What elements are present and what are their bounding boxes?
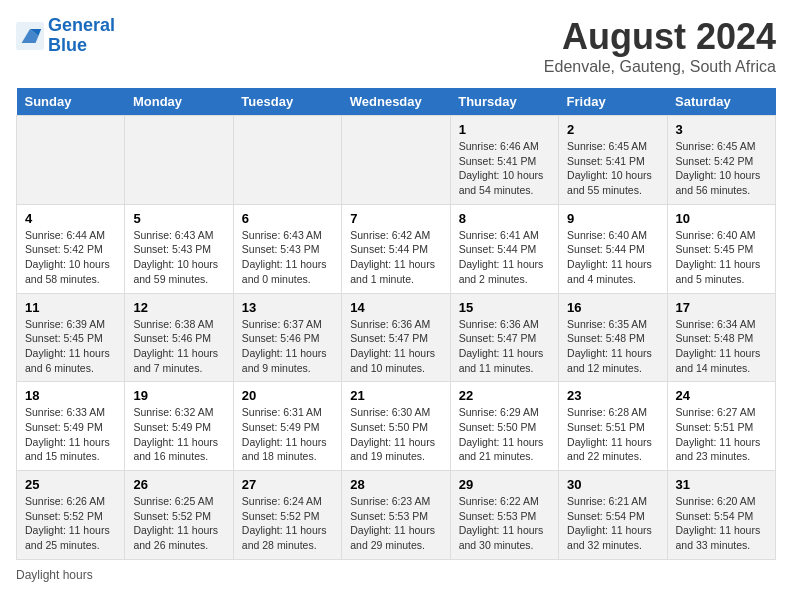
legend: Daylight hours (16, 568, 776, 582)
day-info: Sunrise: 6:35 AM Sunset: 5:48 PM Dayligh… (567, 317, 658, 376)
weekday-header-row: SundayMondayTuesdayWednesdayThursdayFrid… (17, 88, 776, 116)
day-number: 13 (242, 300, 333, 315)
day-info: Sunrise: 6:45 AM Sunset: 5:41 PM Dayligh… (567, 139, 658, 198)
weekday-header: Sunday (17, 88, 125, 116)
calendar-table: SundayMondayTuesdayWednesdayThursdayFrid… (16, 88, 776, 560)
day-number: 7 (350, 211, 441, 226)
day-number: 23 (567, 388, 658, 403)
calendar-cell: 20Sunrise: 6:31 AM Sunset: 5:49 PM Dayli… (233, 382, 341, 471)
calendar-cell: 7Sunrise: 6:42 AM Sunset: 5:44 PM Daylig… (342, 204, 450, 293)
weekday-header: Wednesday (342, 88, 450, 116)
day-number: 14 (350, 300, 441, 315)
calendar-cell: 19Sunrise: 6:32 AM Sunset: 5:49 PM Dayli… (125, 382, 233, 471)
day-info: Sunrise: 6:32 AM Sunset: 5:49 PM Dayligh… (133, 405, 224, 464)
legend-text: Daylight hours (16, 568, 93, 582)
calendar-cell (17, 116, 125, 205)
calendar-cell: 21Sunrise: 6:30 AM Sunset: 5:50 PM Dayli… (342, 382, 450, 471)
calendar-cell: 4Sunrise: 6:44 AM Sunset: 5:42 PM Daylig… (17, 204, 125, 293)
day-number: 18 (25, 388, 116, 403)
day-number: 24 (676, 388, 767, 403)
day-info: Sunrise: 6:21 AM Sunset: 5:54 PM Dayligh… (567, 494, 658, 553)
day-info: Sunrise: 6:38 AM Sunset: 5:46 PM Dayligh… (133, 317, 224, 376)
day-info: Sunrise: 6:28 AM Sunset: 5:51 PM Dayligh… (567, 405, 658, 464)
day-number: 12 (133, 300, 224, 315)
day-info: Sunrise: 6:41 AM Sunset: 5:44 PM Dayligh… (459, 228, 550, 287)
day-number: 25 (25, 477, 116, 492)
calendar-cell: 30Sunrise: 6:21 AM Sunset: 5:54 PM Dayli… (559, 471, 667, 560)
day-number: 17 (676, 300, 767, 315)
calendar-cell: 3Sunrise: 6:45 AM Sunset: 5:42 PM Daylig… (667, 116, 775, 205)
calendar-cell: 17Sunrise: 6:34 AM Sunset: 5:48 PM Dayli… (667, 293, 775, 382)
day-number: 31 (676, 477, 767, 492)
calendar-cell: 6Sunrise: 6:43 AM Sunset: 5:43 PM Daylig… (233, 204, 341, 293)
day-info: Sunrise: 6:40 AM Sunset: 5:45 PM Dayligh… (676, 228, 767, 287)
day-number: 26 (133, 477, 224, 492)
day-info: Sunrise: 6:36 AM Sunset: 5:47 PM Dayligh… (459, 317, 550, 376)
header: General Blue August 2024 Edenvale, Gaute… (16, 16, 776, 76)
calendar-cell (342, 116, 450, 205)
calendar-cell: 1Sunrise: 6:46 AM Sunset: 5:41 PM Daylig… (450, 116, 558, 205)
day-info: Sunrise: 6:22 AM Sunset: 5:53 PM Dayligh… (459, 494, 550, 553)
day-number: 5 (133, 211, 224, 226)
calendar-cell: 22Sunrise: 6:29 AM Sunset: 5:50 PM Dayli… (450, 382, 558, 471)
day-info: Sunrise: 6:24 AM Sunset: 5:52 PM Dayligh… (242, 494, 333, 553)
day-number: 21 (350, 388, 441, 403)
logo: General Blue (16, 16, 115, 56)
day-info: Sunrise: 6:46 AM Sunset: 5:41 PM Dayligh… (459, 139, 550, 198)
calendar-week-row: 18Sunrise: 6:33 AM Sunset: 5:49 PM Dayli… (17, 382, 776, 471)
title-area: August 2024 Edenvale, Gauteng, South Afr… (544, 16, 776, 76)
day-number: 8 (459, 211, 550, 226)
day-info: Sunrise: 6:20 AM Sunset: 5:54 PM Dayligh… (676, 494, 767, 553)
day-number: 28 (350, 477, 441, 492)
calendar-cell: 25Sunrise: 6:26 AM Sunset: 5:52 PM Dayli… (17, 471, 125, 560)
weekday-header: Thursday (450, 88, 558, 116)
day-number: 1 (459, 122, 550, 137)
day-number: 20 (242, 388, 333, 403)
weekday-header: Saturday (667, 88, 775, 116)
calendar-cell: 12Sunrise: 6:38 AM Sunset: 5:46 PM Dayli… (125, 293, 233, 382)
day-number: 29 (459, 477, 550, 492)
calendar-cell: 13Sunrise: 6:37 AM Sunset: 5:46 PM Dayli… (233, 293, 341, 382)
day-number: 6 (242, 211, 333, 226)
day-info: Sunrise: 6:36 AM Sunset: 5:47 PM Dayligh… (350, 317, 441, 376)
day-number: 16 (567, 300, 658, 315)
sub-title: Edenvale, Gauteng, South Africa (544, 58, 776, 76)
calendar-cell: 2Sunrise: 6:45 AM Sunset: 5:41 PM Daylig… (559, 116, 667, 205)
day-info: Sunrise: 6:29 AM Sunset: 5:50 PM Dayligh… (459, 405, 550, 464)
calendar-cell: 5Sunrise: 6:43 AM Sunset: 5:43 PM Daylig… (125, 204, 233, 293)
calendar-cell: 9Sunrise: 6:40 AM Sunset: 5:44 PM Daylig… (559, 204, 667, 293)
calendar-week-row: 1Sunrise: 6:46 AM Sunset: 5:41 PM Daylig… (17, 116, 776, 205)
logo-line1: General (48, 15, 115, 35)
calendar-week-row: 25Sunrise: 6:26 AM Sunset: 5:52 PM Dayli… (17, 471, 776, 560)
day-info: Sunrise: 6:26 AM Sunset: 5:52 PM Dayligh… (25, 494, 116, 553)
calendar-cell: 28Sunrise: 6:23 AM Sunset: 5:53 PM Dayli… (342, 471, 450, 560)
calendar-cell: 15Sunrise: 6:36 AM Sunset: 5:47 PM Dayli… (450, 293, 558, 382)
day-info: Sunrise: 6:23 AM Sunset: 5:53 PM Dayligh… (350, 494, 441, 553)
day-info: Sunrise: 6:43 AM Sunset: 5:43 PM Dayligh… (133, 228, 224, 287)
calendar-cell: 14Sunrise: 6:36 AM Sunset: 5:47 PM Dayli… (342, 293, 450, 382)
day-number: 27 (242, 477, 333, 492)
main-title: August 2024 (544, 16, 776, 58)
weekday-header: Monday (125, 88, 233, 116)
day-number: 9 (567, 211, 658, 226)
calendar-cell: 27Sunrise: 6:24 AM Sunset: 5:52 PM Dayli… (233, 471, 341, 560)
day-info: Sunrise: 6:39 AM Sunset: 5:45 PM Dayligh… (25, 317, 116, 376)
logo-text: General Blue (48, 16, 115, 56)
day-number: 2 (567, 122, 658, 137)
day-number: 22 (459, 388, 550, 403)
calendar-cell: 23Sunrise: 6:28 AM Sunset: 5:51 PM Dayli… (559, 382, 667, 471)
calendar-cell: 8Sunrise: 6:41 AM Sunset: 5:44 PM Daylig… (450, 204, 558, 293)
day-info: Sunrise: 6:25 AM Sunset: 5:52 PM Dayligh… (133, 494, 224, 553)
day-info: Sunrise: 6:27 AM Sunset: 5:51 PM Dayligh… (676, 405, 767, 464)
day-number: 4 (25, 211, 116, 226)
calendar-cell: 16Sunrise: 6:35 AM Sunset: 5:48 PM Dayli… (559, 293, 667, 382)
calendar-week-row: 4Sunrise: 6:44 AM Sunset: 5:42 PM Daylig… (17, 204, 776, 293)
day-info: Sunrise: 6:31 AM Sunset: 5:49 PM Dayligh… (242, 405, 333, 464)
calendar-cell: 26Sunrise: 6:25 AM Sunset: 5:52 PM Dayli… (125, 471, 233, 560)
logo-icon (16, 22, 44, 50)
day-info: Sunrise: 6:43 AM Sunset: 5:43 PM Dayligh… (242, 228, 333, 287)
day-number: 30 (567, 477, 658, 492)
day-number: 19 (133, 388, 224, 403)
day-info: Sunrise: 6:34 AM Sunset: 5:48 PM Dayligh… (676, 317, 767, 376)
calendar-cell (125, 116, 233, 205)
